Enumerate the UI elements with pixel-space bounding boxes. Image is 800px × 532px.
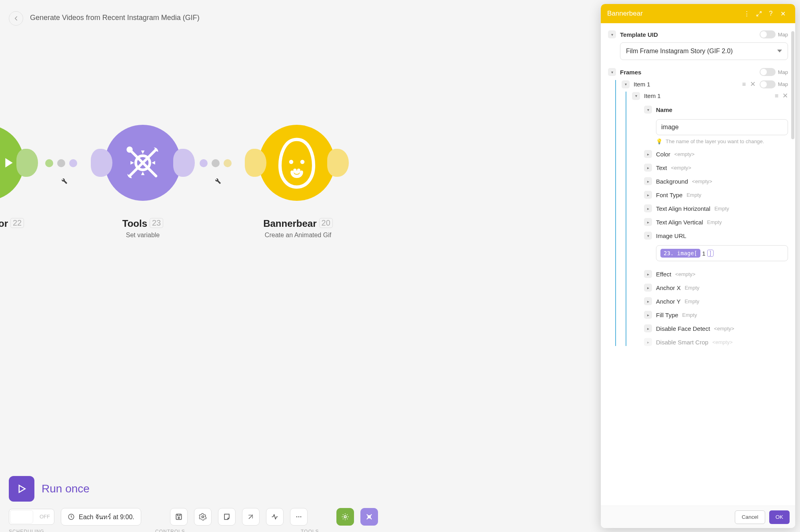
- chevron-right-icon[interactable]: [644, 324, 652, 332]
- module-tools-label: Tools23 Set variable: [105, 218, 181, 239]
- chevron-down-icon[interactable]: [608, 30, 616, 38]
- chevron-right-icon[interactable]: [644, 191, 652, 199]
- back-button[interactable]: [9, 11, 23, 26]
- field-effect-label: Effect: [656, 271, 671, 278]
- connector-wrench-icon[interactable]: [213, 176, 222, 185]
- panel-body[interactable]: Template UID Map Film Frame Instagram St…: [601, 23, 795, 506]
- panel-close-icon[interactable]: ✕: [777, 10, 789, 18]
- svg-point-6: [300, 160, 305, 164]
- controls-section-label: CONTROLS: [155, 529, 185, 532]
- auto-align-button[interactable]: [242, 508, 260, 526]
- field-tav-label: Text Align Vertical: [656, 219, 703, 226]
- field-anchory-label: Anchor Y: [656, 298, 680, 305]
- module-bannerbear-label: Bannerbear20 Create an Animated Gif: [244, 218, 352, 239]
- chevron-down-icon[interactable]: [622, 80, 630, 88]
- chevron-right-icon[interactable]: [644, 311, 652, 319]
- chevron-right-icon[interactable]: [644, 204, 652, 212]
- chevron-right-icon[interactable]: [644, 297, 652, 305]
- panel-help-icon[interactable]: ?: [765, 10, 777, 17]
- chevron-down-icon[interactable]: [608, 68, 616, 76]
- panel-header: Bannerbear ⋮ ? ✕: [601, 4, 795, 23]
- scheduling-section-label: SCHEDULING: [9, 529, 44, 532]
- panel-menu-icon[interactable]: ⋮: [741, 10, 753, 18]
- chevron-down-icon[interactable]: [632, 92, 640, 100]
- remove-icon[interactable]: ✕: [782, 92, 788, 100]
- module-aggregator-label: gator22: [0, 218, 40, 229]
- module-aggregator[interactable]: [0, 125, 24, 201]
- field-imageurl-label: Image URL: [656, 232, 686, 239]
- tools-section-label: TOOLS: [301, 529, 319, 532]
- ok-button[interactable]: OK: [769, 510, 790, 524]
- svg-marker-0: [5, 158, 12, 167]
- svg-point-5: [289, 160, 294, 164]
- field-frames-label: Frames: [620, 69, 756, 76]
- template-uid-select[interactable]: Film Frame Instagram Story (GIF 2.0): [620, 42, 788, 60]
- notes-button[interactable]: [218, 508, 236, 526]
- svg-point-13: [298, 516, 299, 518]
- field-template-uid-label: Template UID: [620, 31, 756, 38]
- panel-scrollbar[interactable]: [791, 31, 794, 139]
- tools-devtools-button[interactable]: [360, 508, 378, 526]
- tools-gear-button[interactable]: [336, 508, 354, 526]
- clock-icon: [68, 513, 75, 520]
- field-color-label: Color: [656, 151, 670, 158]
- chevron-right-icon[interactable]: [644, 284, 652, 292]
- field-fonttype-label: Font Type: [656, 192, 682, 198]
- explain-flow-button[interactable]: [266, 508, 284, 526]
- field-tah-label: Text Align Horizontal: [656, 205, 710, 212]
- image-url-input[interactable]: 23. image[ 1 ]: [656, 245, 788, 261]
- svg-point-14: [300, 516, 301, 518]
- chevron-right-icon[interactable]: [644, 270, 652, 278]
- more-button[interactable]: [290, 508, 308, 526]
- lightbulb-icon: 💡: [656, 138, 662, 144]
- mapping-pill[interactable]: 23. image[: [660, 249, 700, 258]
- svg-marker-7: [19, 485, 25, 492]
- panel-footer: Cancel OK: [601, 506, 795, 528]
- settings-button[interactable]: [194, 508, 212, 526]
- name-input[interactable]: [656, 119, 788, 135]
- frames-item1b-label: Item 1: [644, 92, 771, 99]
- save-button[interactable]: [170, 508, 188, 526]
- field-filltype-label: Fill Type: [656, 312, 678, 318]
- svg-line-20: [756, 14, 758, 16]
- svg-point-12: [296, 516, 297, 518]
- chevron-down-icon[interactable]: [644, 232, 652, 240]
- chevron-right-icon[interactable]: [644, 218, 652, 226]
- cancel-button[interactable]: Cancel: [735, 510, 765, 524]
- map-toggle-template[interactable]: [760, 30, 776, 38]
- map-toggle-item1[interactable]: [760, 80, 776, 88]
- frames-item1-label: Item 1: [634, 81, 738, 88]
- field-background-label: Background: [656, 178, 688, 185]
- name-hint: 💡 The name of the layer you want to chan…: [656, 138, 788, 144]
- reorder-icon[interactable]: ≡: [742, 81, 746, 88]
- bannerbear-icon: [273, 135, 321, 191]
- svg-point-10: [178, 517, 179, 518]
- remove-icon[interactable]: ✕: [750, 80, 756, 88]
- svg-point-11: [202, 516, 204, 518]
- reorder-icon[interactable]: ≡: [775, 92, 778, 100]
- config-panel: Bannerbear ⋮ ? ✕ Template UID Map Film F…: [601, 4, 795, 528]
- svg-line-19: [759, 11, 761, 13]
- chevron-right-icon[interactable]: [644, 338, 652, 346]
- chevron-down-icon[interactable]: [644, 106, 652, 114]
- scheduling-toggle[interactable]: OFF: [9, 509, 54, 525]
- field-text-label: Text: [656, 164, 667, 171]
- svg-point-15: [344, 516, 346, 518]
- tools-icon: [121, 141, 165, 185]
- module-tools[interactable]: [105, 125, 181, 201]
- field-anchorx-label: Anchor X: [656, 284, 681, 291]
- field-name-label: Name: [656, 106, 672, 113]
- schedule-info[interactable]: Each จันทร์ at 9:00.: [61, 508, 141, 526]
- chevron-right-icon[interactable]: [644, 177, 652, 185]
- panel-title: Bannerbear: [607, 10, 643, 18]
- map-toggle-frames[interactable]: [760, 68, 776, 76]
- connector-wrench-icon[interactable]: [59, 176, 68, 185]
- panel-expand-icon[interactable]: [753, 11, 765, 17]
- svg-point-4: [126, 146, 132, 152]
- scenario-title: Generate Videos from Recent Instagram Me…: [30, 14, 200, 22]
- chevron-right-icon[interactable]: [644, 150, 652, 158]
- run-once-button[interactable]: [9, 476, 34, 502]
- chevron-right-icon[interactable]: [644, 164, 652, 172]
- field-dfd-label: Disable Face Detect: [656, 325, 710, 332]
- module-bannerbear[interactable]: [259, 125, 335, 201]
